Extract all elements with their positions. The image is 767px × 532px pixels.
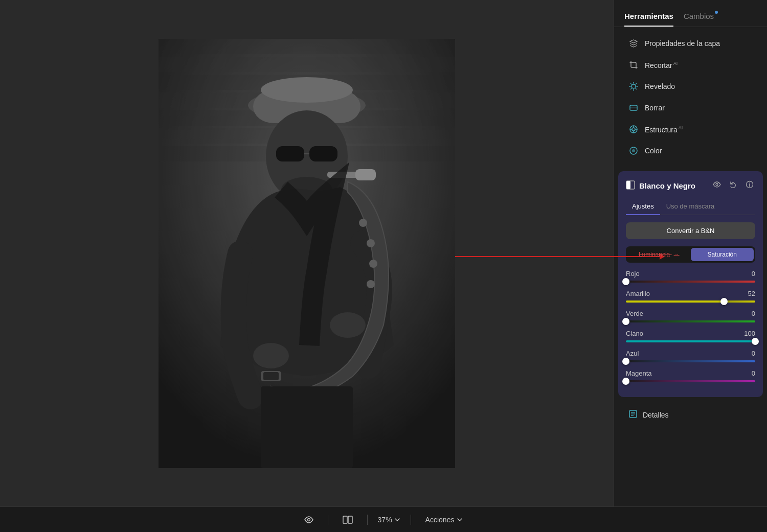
propiedades-label: Propiedades de la capa [645,39,720,48]
verde-slider[interactable] [626,320,755,322]
photo-canvas [159,39,455,468]
photo-image [159,39,455,468]
tool-item-revelado[interactable]: Revelado [618,76,763,97]
svg-point-52 [749,182,750,183]
ciano-value: 100 [740,330,755,337]
detalles-label: Detalles [643,411,669,419]
recortar-label: RecortarAI [645,61,678,70]
tool-item-borrar[interactable]: Borrar [618,98,763,118]
rojo-label: Rojo [626,270,640,277]
sliders-container: Rojo 0 Amarillo 52 [626,270,755,382]
azul-value: 0 [740,350,755,357]
photo-container [159,39,455,468]
tool-item-color[interactable]: Color [618,141,763,161]
mode-toggle: Luminancia → Saturación [626,246,755,263]
svg-line-33 [631,84,632,85]
magenta-slider[interactable] [626,380,755,382]
panel-tabs: Herramientas Cambios [614,0,767,27]
subtab-ajustes[interactable]: Ajustes [626,199,660,215]
compare-btn[interactable] [339,513,357,527]
layers-icon [628,38,639,49]
tab-herramientas[interactable]: Herramientas [624,8,673,27]
verde-value: 0 [740,310,755,317]
rojo-slider[interactable] [626,281,755,283]
bnw-subtabs: Ajustes Uso de máscara [626,199,755,215]
color-label: Color [645,147,662,155]
mode-luminancia-btn[interactable]: Luminancia → [627,248,691,261]
svg-line-36 [636,84,637,85]
tab-cambios[interactable]: Cambios [684,8,714,27]
acciones-label: Acciones [425,516,455,524]
bnw-panel-header: Blanco y Negro [626,179,755,192]
ciano-slider[interactable] [626,340,755,342]
bnw-label: Blanco y Negro [639,181,695,190]
borrar-label: Borrar [645,104,665,112]
convert-btn[interactable]: Convertir a B&N [626,222,755,239]
bnw-panel: Blanco y Negro [618,171,763,397]
compare-icon [343,515,353,524]
slider-row-ciano: Ciano 100 [626,330,755,342]
separator-3 [411,515,411,525]
svg-point-46 [632,149,635,152]
subtab-mascara[interactable]: Uso de máscara [660,199,721,215]
sun-icon [628,81,639,91]
crop-icon [628,60,639,70]
tool-item-propiedades[interactable]: Propiedades de la capa [618,33,763,54]
svg-line-34 [636,88,637,89]
azul-slider[interactable] [626,360,755,362]
cambios-dot [715,11,718,14]
tool-item-estructura[interactable]: EstructuraAI [618,119,763,140]
svg-line-35 [631,88,632,89]
mode-saturacion-btn[interactable]: Saturación [691,248,754,261]
right-panel: Herramientas Cambios Propiedades de la c… [614,0,767,506]
canvas-area [0,0,614,506]
bnw-undo-btn[interactable] [728,179,739,192]
ciano-label: Ciano [626,330,643,337]
svg-rect-27 [159,39,455,468]
amarillo-label: Amarillo [626,290,650,297]
amarillo-slider[interactable] [626,300,755,303]
svg-point-49 [716,183,718,186]
eye-btn[interactable] [300,513,318,527]
slider-row-azul: Azul 0 [626,350,755,362]
svg-point-40 [632,128,635,131]
bnw-actions [711,179,755,192]
zoom-value: 37% [378,516,392,524]
acciones-btn[interactable]: Acciones [421,513,467,526]
magenta-label: Magenta [626,369,652,377]
svg-point-28 [631,84,636,88]
bottom-toolbar: 37% Acciones [0,506,767,532]
acciones-chevron-icon [457,517,463,523]
bnw-title-group: Blanco y Negro [626,180,695,191]
separator-2 [367,515,368,525]
eraser-icon [628,103,639,113]
revelado-label: Revelado [645,82,675,90]
tool-item-recortar[interactable]: RecortarAI [618,55,763,75]
amarillo-value: 52 [740,290,755,297]
svg-rect-59 [348,516,352,523]
separator-1 [328,515,328,525]
bnw-info-btn[interactable] [744,179,755,192]
bnw-eye-btn[interactable] [711,179,723,192]
svg-point-57 [307,518,310,521]
slider-row-rojo: Rojo 0 [626,270,755,283]
estructura-label: EstructuraAI [645,125,683,134]
slider-row-magenta: Magenta 0 [626,369,755,382]
color-icon [628,146,639,156]
verde-label: Verde [626,310,643,317]
structure-icon [628,124,639,134]
bnw-icon [626,180,635,191]
detalles-icon [628,409,638,420]
slider-row-amarillo: Amarillo 52 [626,290,755,303]
azul-label: Azul [626,350,639,357]
zoom-chevron-icon [394,517,400,523]
slider-row-verde: Verde 0 [626,310,755,322]
svg-rect-58 [343,516,347,523]
magenta-value: 0 [740,369,755,377]
eye-icon [304,515,313,524]
rojo-value: 0 [740,270,755,277]
tool-list: Propiedades de la capa RecortarAI [614,27,767,167]
svg-rect-48 [626,181,630,189]
detalles-section[interactable]: Detalles [618,403,763,426]
zoom-control[interactable]: 37% [378,516,400,524]
